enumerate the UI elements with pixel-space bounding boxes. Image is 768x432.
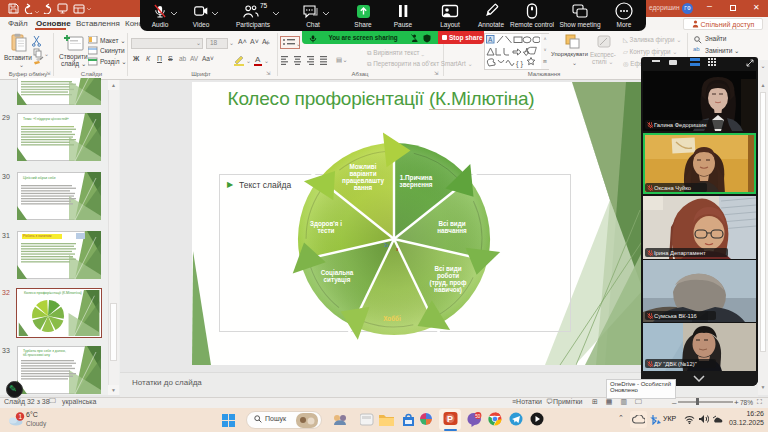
svg-text:⌄: ⌄ [44,51,49,57]
svg-text:з: з [396,247,398,252]
svg-text:1: 1 [19,413,23,420]
svg-text:⌄: ⌄ [246,58,251,64]
svg-text:⌄: ⌄ [296,41,301,47]
svg-text:A: A [488,36,493,43]
svg-text:P: P [447,414,453,424]
svg-text:3з: 3з [384,243,389,248]
svg-text:{ }: { } [516,59,524,68]
svg-text:75: 75 [260,2,268,9]
svg-text:50: 50 [475,414,481,419]
svg-text:⌄: ⌄ [264,58,269,64]
svg-text:А: А [255,55,261,64]
